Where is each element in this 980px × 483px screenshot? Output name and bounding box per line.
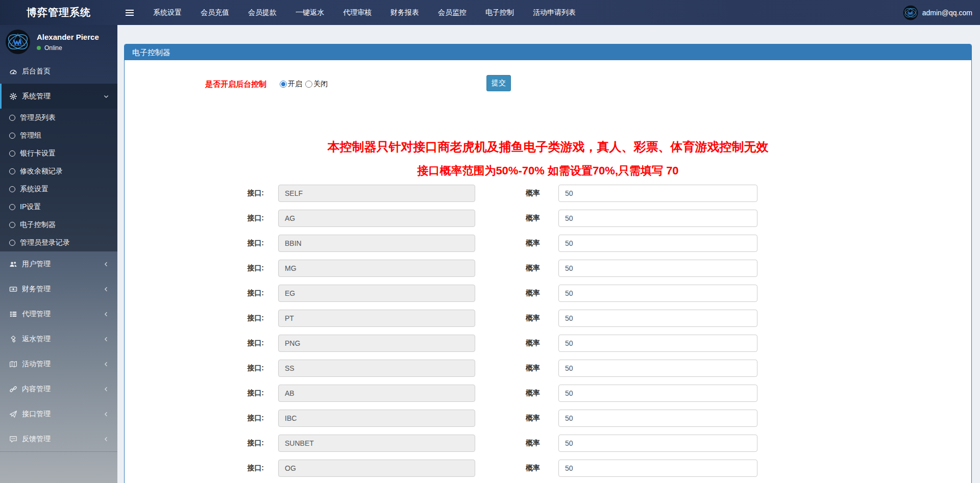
top-menu-item[interactable]: 一键返水 [288, 0, 332, 25]
user-menu[interactable]: admin@qq.com [903, 0, 980, 25]
top-menu-item[interactable]: 活动申请列表 [525, 0, 583, 25]
notice-line-1: 本控制器只针对接口商老虎机及捕鱼电子类游戏，真人、彩票、体育游戏控制无效 [132, 138, 964, 156]
interface-label: 接口: [132, 364, 264, 373]
top-menu-item[interactable]: 会员充值 [193, 0, 237, 25]
sidebar-item-内容管理[interactable]: 内容管理 [0, 376, 117, 401]
sidebar-subitem-管理组[interactable]: 管理组 [0, 126, 117, 144]
rate-label: 概率 [526, 439, 541, 448]
chevron-left-icon [103, 286, 110, 293]
sidebar-item-财务管理[interactable]: 财务管理 [0, 276, 117, 301]
radio-off[interactable] [305, 81, 312, 88]
sidebar-item-label: 返水管理 [22, 335, 103, 344]
backend-control-label: 是否开启后台控制 [132, 80, 266, 89]
sidebar-item-label: 用户管理 [22, 260, 103, 269]
rate-input[interactable] [558, 385, 757, 402]
sidebar-item-后台首页[interactable]: 后台首页 [0, 59, 117, 84]
notice-line-2: 接口概率范围为50%-70% 如需设置70%,只需填写 70 [132, 162, 964, 180]
chevron-down-icon [103, 93, 110, 100]
top-menu-item[interactable]: 系统设置 [145, 0, 189, 25]
interface-rate-row: 接口:概率 [132, 360, 964, 377]
rate-label: 概率 [526, 389, 541, 398]
sidebar-item-label: 内容管理 [22, 385, 103, 394]
sidebar-item-返水管理[interactable]: 返水管理 [0, 326, 117, 351]
interface-label: 接口: [132, 339, 264, 348]
rate-input[interactable] [558, 460, 757, 477]
sidebar-item-系统管理[interactable]: 系统管理 [0, 84, 117, 109]
sidebar-item-接口管理[interactable]: 接口管理 [0, 401, 117, 426]
map-icon [9, 360, 17, 368]
rate-input[interactable] [558, 310, 757, 327]
chevron-left-icon [103, 311, 110, 318]
top-menu-item[interactable]: 财务报表 [383, 0, 427, 25]
radio-on-label[interactable]: 开启 [288, 80, 302, 89]
circle-icon [9, 115, 15, 121]
top-menu-item[interactable]: 会员提款 [240, 0, 284, 25]
sidebar-item-活动管理[interactable]: 活动管理 [0, 351, 117, 376]
rate-input[interactable] [558, 285, 757, 302]
interface-name-input [278, 460, 475, 477]
controller-panel: 电子控制器 是否开启后台控制 开启 关闭 提交 本控制器只针对接口商老虎机及捕鱼… [124, 44, 972, 483]
top-menu-item[interactable]: 代理审核 [335, 0, 379, 25]
money-icon [9, 285, 17, 293]
sidebar-subitem-银行卡设置[interactable]: 银行卡设置 [0, 144, 117, 162]
circle-icon [9, 168, 15, 174]
rate-label: 概率 [526, 339, 541, 348]
rate-input[interactable] [558, 410, 757, 427]
sidebar-item-label: 反馈管理 [22, 435, 103, 444]
radio-on[interactable] [280, 81, 287, 88]
submit-button[interactable]: 提交 [486, 75, 511, 91]
link-icon [9, 385, 17, 393]
rate-input[interactable] [558, 185, 757, 202]
sidebar-item-反馈管理[interactable]: 反馈管理 [0, 426, 117, 451]
rate-input[interactable] [558, 210, 757, 227]
rate-input[interactable] [558, 360, 757, 377]
sidebar-user-panel: Alexander Pierce Online [0, 25, 117, 59]
interface-rate-row: 接口:概率 [132, 210, 964, 227]
radio-off-label[interactable]: 关闭 [313, 80, 328, 89]
rate-input[interactable] [558, 435, 757, 452]
hamburger-icon [126, 10, 134, 11]
rate-input[interactable] [558, 260, 757, 277]
interface-rate-row: 接口:概率 [132, 435, 964, 452]
top-menu-item[interactable]: 会员监控 [430, 0, 474, 25]
interface-name-input [278, 285, 475, 302]
interface-label: 接口: [132, 414, 264, 423]
interface-label: 接口: [132, 239, 264, 248]
top-menu-item[interactable]: 电子控制 [478, 0, 522, 25]
sidebar-subitem-修改余额记录[interactable]: 修改余额记录 [0, 162, 117, 180]
chevron-left-icon [103, 361, 110, 368]
user-avatar-large [5, 29, 31, 55]
user-name: Alexander Pierce [37, 33, 99, 41]
sidebar-item-用户管理[interactable]: 用户管理 [0, 251, 117, 276]
sidebar-subitem-系统设置[interactable]: 系统设置 [0, 180, 117, 198]
sidebar-item-label: 后台首页 [22, 67, 110, 76]
sidebar-subitem-电子控制器[interactable]: 电子控制器 [0, 216, 117, 234]
sidebar-subitem-管理员登录记录[interactable]: 管理员登录记录 [0, 234, 117, 251]
sidebar-subitem-label: 电子控制器 [20, 220, 56, 230]
chevron-left-icon [103, 386, 110, 393]
interface-label: 接口: [132, 464, 264, 473]
interface-label: 接口: [132, 214, 264, 223]
sidebar-subitem-label: 管理组 [20, 131, 41, 140]
circle-icon [9, 204, 15, 210]
sidebar-subitem-label: 银行卡设置 [20, 149, 56, 158]
sidebar-item-label: 系统管理 [22, 92, 103, 101]
sidebar-divider [0, 451, 117, 452]
sidebar-item-代理管理[interactable]: 代理管理 [0, 301, 117, 326]
backend-control-radios: 开启 关闭 [280, 80, 331, 89]
rate-label: 概率 [526, 239, 541, 248]
interface-name-input [278, 310, 475, 327]
gear-icon [9, 92, 17, 100]
interface-name-input [278, 360, 475, 377]
sidebar-subitem-管理员列表[interactable]: 管理员列表 [0, 109, 117, 126]
sidebar-toggle-button[interactable] [117, 0, 142, 25]
rate-input[interactable] [558, 235, 757, 252]
user-avatar-icon [903, 5, 918, 20]
brand-logo[interactable]: 博弈管理系统 [0, 0, 117, 25]
rate-label: 概率 [526, 214, 541, 223]
rate-input[interactable] [558, 335, 757, 352]
interface-rate-form: 接口:概率接口:概率接口:概率接口:概率接口:概率接口:概率接口:概率接口:概率… [132, 185, 964, 477]
rate-label: 概率 [526, 189, 541, 198]
sidebar-subitem-IP设置[interactable]: IP设置 [0, 198, 117, 216]
chevron-left-icon [103, 436, 110, 443]
